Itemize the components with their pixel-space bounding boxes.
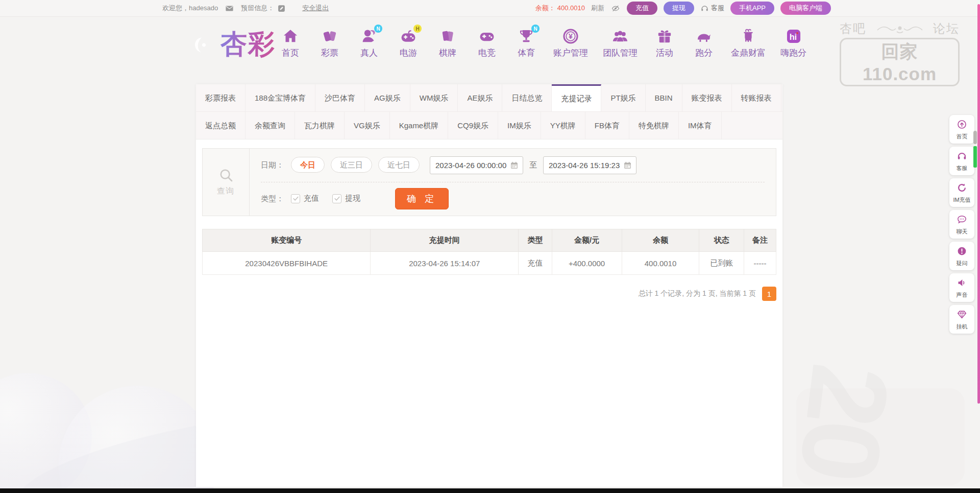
logo-flower-icon (186, 29, 216, 60)
date-to-input[interactable]: 2023-04-26 15:19:23 (543, 156, 636, 174)
tickets-icon (321, 28, 338, 45)
nav-item-person[interactable]: N真人 (357, 28, 381, 59)
main-nav: 首页彩票N真人H电游棋牌电竞N体育账户管理团队管理活动跑分金鼎财富嗨跑分 (278, 28, 806, 59)
tab-IM娱乐[interactable]: IM娱乐 (498, 112, 541, 139)
balance-label: 余额： (535, 4, 555, 12)
type-checkbox-deposit[interactable]: 充值 (291, 194, 319, 203)
tab-账变报表[interactable]: 账变报表 (682, 84, 732, 111)
nav-item-cards[interactable]: 棋牌 (435, 28, 460, 59)
date-filter-row: 日期： 今日近三日近七日 2023-04-26 00:00:00 至 2023-… (261, 149, 765, 182)
tab-188金宝博体育[interactable]: 188金宝博体育 (246, 84, 315, 111)
column-header: 账变编号 (203, 229, 371, 252)
tab-BBIN[interactable]: BBIN (646, 84, 682, 111)
column-header: 备注 (744, 229, 776, 252)
column-header: 类型 (519, 229, 552, 252)
query-panel: 查询 日期： 今日近三日近七日 2023-04-26 00:00:00 至 20… (202, 148, 776, 216)
eye-off-icon[interactable] (610, 4, 621, 13)
scrollbar-thumb[interactable] (973, 131, 977, 144)
tab-特免棋牌[interactable]: 特免棋牌 (629, 112, 679, 139)
type-checkbox-withdraw[interactable]: 提现 (332, 194, 360, 203)
withdraw-button[interactable]: 提现 (664, 2, 694, 15)
checkbox-label: 充值 (304, 194, 319, 203)
mobile-app-button[interactable]: 手机APP (730, 2, 774, 15)
tab-IM体育[interactable]: IM体育 (679, 112, 722, 139)
nav-item-rhino[interactable]: 跑分 (692, 28, 716, 59)
site-logo[interactable]: 杏彩 (186, 27, 276, 62)
sidebar-item-headset[interactable]: 客服 (949, 147, 974, 175)
page-1-button[interactable]: 1 (762, 287, 776, 301)
sidebar-item-label: 挂机 (950, 323, 974, 331)
nav-item-gift[interactable]: 活动 (652, 28, 677, 59)
tab-CQ9娱乐[interactable]: CQ9娱乐 (448, 112, 498, 139)
sidebar-item-arrow-up-circle[interactable]: 首页 (949, 115, 974, 144)
nav-item-label: 体育 (518, 47, 535, 59)
nav-item-esports[interactable]: 电竞 (475, 28, 499, 59)
badge-N: N (531, 25, 540, 33)
edit-pencil-icon[interactable] (277, 4, 286, 13)
side-rail (977, 4, 980, 404)
pc-client-button[interactable]: 电脑客户端 (780, 2, 831, 15)
tab-充提记录[interactable]: 充提记录 (552, 84, 601, 111)
customer-service-label: 客服 (711, 4, 724, 13)
checkbox-icon (291, 194, 300, 203)
logout-link[interactable]: 安全退出 (302, 4, 329, 13)
sidebar-item-chat[interactable]: 聊天 (949, 210, 974, 239)
tab-WM娱乐[interactable]: WM娱乐 (410, 84, 458, 111)
customer-service-link[interactable]: 客服 (700, 4, 724, 13)
column-header: 状态 (699, 229, 744, 252)
esports-icon (478, 28, 496, 45)
nav-item-gamepad[interactable]: H电游 (396, 28, 421, 59)
nav-item-label: 金鼎财富 (731, 47, 766, 59)
sidebar-item-diamond[interactable]: 挂机 (949, 305, 974, 334)
tab-转账报表[interactable]: 转账报表 (732, 84, 781, 111)
nav-item-label: 真人 (360, 47, 378, 59)
nav-item-vessel[interactable]: 金鼎财富 (731, 28, 766, 59)
tab-AE娱乐[interactable]: AE娱乐 (458, 84, 502, 111)
tab-沙巴体育[interactable]: 沙巴体育 (315, 84, 365, 111)
confirm-button[interactable]: 确 定 (395, 188, 449, 209)
date-from-input[interactable]: 2023-04-26 00:00:00 (430, 156, 523, 174)
tab-日结总览[interactable]: 日结总览 (502, 84, 552, 111)
tab-VG娱乐[interactable]: VG娱乐 (345, 112, 390, 139)
range-last-7-days[interactable]: 近七日 (378, 157, 420, 173)
sidebar-item-speaker[interactable]: 声音 (949, 273, 974, 302)
nav-item-trophy[interactable]: N体育 (514, 28, 538, 59)
nav-item-label: 活动 (656, 47, 673, 59)
nav-item-hiapp[interactable]: 嗨跑分 (780, 28, 806, 59)
nav-item-people[interactable]: 团队管理 (603, 28, 638, 59)
tab-YY棋牌[interactable]: YY棋牌 (541, 112, 585, 139)
checkbox-label: 提现 (345, 194, 360, 203)
refresh-button[interactable]: 刷新 (591, 4, 604, 13)
scroll-indicator-green (973, 146, 977, 168)
query-side-label: 查询 (203, 149, 250, 216)
sidebar-item-exclamation[interactable]: 疑问 (949, 242, 974, 270)
tab-AG娱乐[interactable]: AG娱乐 (365, 84, 410, 111)
nav-item-home[interactable]: 首页 (278, 28, 303, 59)
tab-Kgame棋牌[interactable]: Kgame棋牌 (390, 112, 449, 139)
home-icon (282, 28, 299, 45)
tab-FB体育[interactable]: FB体育 (585, 112, 629, 139)
column-header: 余额 (622, 229, 699, 252)
logo-text: 杏彩 (220, 27, 276, 62)
tab-瓦力棋牌[interactable]: 瓦力棋牌 (295, 112, 345, 139)
hiapp-icon (785, 28, 802, 45)
nav-item-label: 首页 (282, 47, 299, 59)
nav-item-coin[interactable]: 账户管理 (553, 28, 588, 59)
tab-PT娱乐[interactable]: PT娱乐 (601, 84, 645, 111)
range-last-3-days[interactable]: 近三日 (331, 157, 372, 173)
type-filter-row: 类型： 充值提现 确 定 (261, 182, 765, 216)
tab-余额查询[interactable]: 余额查询 (246, 112, 295, 139)
sidebar-item-refresh[interactable]: IM充值 (949, 178, 974, 207)
range-today[interactable]: 今日 (291, 157, 325, 173)
tab-彩票报表[interactable]: 彩票报表 (196, 84, 246, 111)
tab-返点总额[interactable]: 返点总额 (196, 112, 246, 139)
date-to-value: 2023-04-26 15:19:23 (549, 161, 623, 170)
pagination-summary: 总计 1 个记录, 分为 1 页, 当前第 1 页 (639, 289, 756, 298)
nav-item-label: 团队管理 (603, 47, 638, 59)
nav-item-tickets[interactable]: 彩票 (317, 28, 342, 59)
to-label: 至 (529, 160, 537, 170)
mail-icon[interactable] (225, 4, 234, 13)
table-row: 20230426VBBFBIHADE2023-04-26 15:14:07充值+… (203, 252, 776, 275)
cards-icon (439, 28, 456, 45)
deposit-button[interactable]: 充值 (627, 2, 657, 15)
